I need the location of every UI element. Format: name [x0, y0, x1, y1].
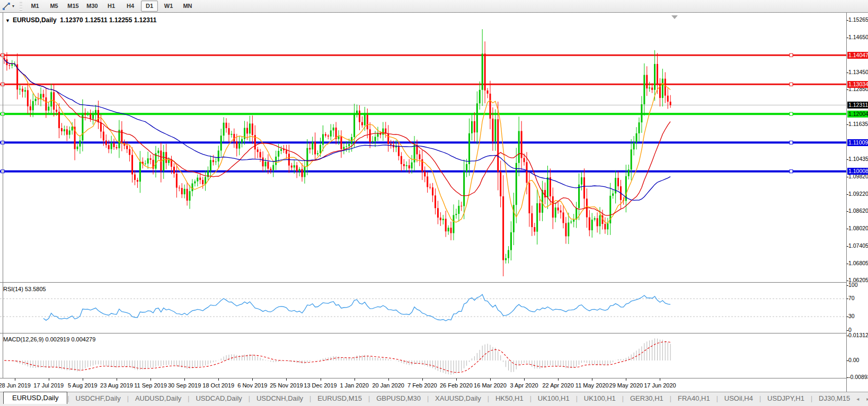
- horizontal-line-1.13034[interactable]: [0, 83, 846, 86]
- candle-body: [531, 213, 533, 227]
- chart-tab-uk100-h1[interactable]: UK100,H1: [532, 393, 576, 404]
- timeframe-button-d1[interactable]: D1: [141, 1, 158, 12]
- candle-body: [265, 162, 267, 167]
- ohlc-close: 1.12311: [134, 16, 157, 24]
- chart-tab-dj30-m15[interactable]: DJ30,M15: [812, 393, 856, 404]
- horizontal-line-1.10008[interactable]: [0, 170, 846, 173]
- date-label: 17 Jun 2020: [644, 382, 676, 389]
- timeframe-button-m15[interactable]: M15: [65, 1, 82, 12]
- date-tick: [626, 378, 626, 381]
- symbol-label: EURUSD,Daily: [13, 16, 57, 24]
- chart-tab-usoil-h4[interactable]: USOil,H4: [718, 393, 759, 404]
- chart-tab-eurusd-daily[interactable]: EURUSD,Daily: [3, 392, 67, 404]
- candle-body: [552, 196, 554, 218]
- candle-body: [309, 148, 311, 150]
- candle-body: [484, 53, 486, 91]
- chart-tab-gbpusd-m30[interactable]: GBPUSD,M30: [370, 393, 427, 404]
- timeframe-button-h4[interactable]: H4: [122, 1, 139, 12]
- panel-separator[interactable]: [0, 282, 846, 283]
- axis-tick: [847, 330, 848, 331]
- candle-body: [550, 177, 551, 196]
- candle-body: [617, 178, 619, 186]
- ma-55-line[interactable]: [4, 59, 670, 200]
- candle-body: [48, 106, 49, 111]
- chevron-down-icon[interactable]: ▾: [12, 4, 14, 8]
- candle-body: [565, 223, 566, 236]
- ohlc-open: 1.12370: [60, 16, 83, 24]
- candle-body: [181, 188, 183, 194]
- candle-body: [312, 142, 313, 149]
- candle-body: [103, 132, 104, 141]
- chart-tab-usdcnh-daily[interactable]: USDCNH,Daily: [250, 393, 309, 404]
- candle-body: [594, 218, 596, 220]
- chart-tab-usdcad-daily[interactable]: USDCAD,Daily: [189, 393, 248, 404]
- candle-body: [69, 130, 70, 134]
- candle-body: [343, 147, 344, 149]
- candle-body: [463, 172, 465, 206]
- timeframe-button-m30[interactable]: M30: [84, 1, 101, 12]
- chart-tab-uk100-h1[interactable]: UK100,H1: [578, 393, 622, 404]
- line-handle[interactable]: [790, 83, 793, 86]
- timeframe-button-m5[interactable]: M5: [46, 1, 63, 12]
- panel-separator[interactable]: [0, 333, 846, 333]
- rsi-tick-100: 100: [848, 282, 858, 288]
- candle-body: [348, 144, 350, 146]
- date-label: 5 Aug 2019: [68, 382, 98, 389]
- candle-body: [591, 220, 593, 230]
- candle-body: [536, 203, 538, 232]
- line-handle[interactable]: [790, 112, 793, 115]
- date-label: 1 Jan 2020: [340, 382, 368, 389]
- chart-tab-usdchf-daily[interactable]: USDCHF,Daily: [69, 393, 127, 404]
- main-chart-canvas[interactable]: [0, 14, 846, 282]
- candle-body: [539, 203, 541, 213]
- tab-scroll-left-icon[interactable]: ◂: [856, 396, 859, 402]
- line-handle[interactable]: [790, 141, 793, 144]
- date-tick: [286, 378, 287, 381]
- timeframe-button-w1[interactable]: W1: [160, 1, 177, 12]
- candle-body: [599, 215, 601, 227]
- price-badge-1.11009: 1.11009: [847, 139, 868, 146]
- timeframe-button-h1[interactable]: H1: [103, 1, 120, 12]
- rsi-panel-canvas[interactable]: [0, 283, 846, 332]
- date-label: 6 Nov 2019: [237, 382, 267, 389]
- timeframe-button-m1[interactable]: M1: [26, 1, 43, 12]
- horizontal-line-1.14047[interactable]: [0, 53, 846, 57]
- candle-body: [468, 133, 470, 164]
- chart-tab-audusd-daily[interactable]: AUDUSD,Daily: [129, 393, 188, 404]
- timeframe-button-mn[interactable]: MN: [179, 1, 196, 12]
- chart-tab-fra40-h1[interactable]: FRA40,H1: [671, 393, 716, 404]
- candle-body: [502, 196, 504, 260]
- candle-body: [330, 130, 332, 136]
- chart-tab-hk50-h1[interactable]: HK50,H1: [489, 393, 530, 404]
- date-label: 25 Nov 2019: [270, 382, 303, 389]
- line-handle[interactable]: [790, 53, 793, 57]
- candle-body: [194, 182, 196, 184]
- chart-tab-ger30-h1[interactable]: GER30,H1: [624, 393, 670, 404]
- candle-body: [165, 152, 167, 163]
- candle-body: [555, 207, 556, 218]
- candle-body: [508, 250, 509, 258]
- chart-window: ▼EURUSD,Daily 1.12370 1.12511 1.12255 1.…: [0, 12, 868, 392]
- chart-tab-eurusd-m15[interactable]: EURUSD,M15: [311, 393, 368, 404]
- chart-collapse-icon[interactable]: ▼: [5, 18, 10, 23]
- timeframe-toolbar: ▾ M1M5M15M30H1H4D1W1MN: [0, 0, 868, 13]
- line-studies-icon[interactable]: [1, 2, 12, 11]
- chart-tab-usdjpy-h1[interactable]: USDJPY,H1: [761, 393, 811, 404]
- chart-left-border: [3, 13, 3, 378]
- macd-panel-canvas[interactable]: [0, 334, 846, 378]
- rsi-tick-70: 70: [848, 295, 855, 301]
- line-handle[interactable]: [790, 170, 793, 173]
- date-tick: [422, 378, 423, 381]
- candle-body: [176, 174, 178, 188]
- macd-signal-line: [4, 342, 670, 373]
- candle-body: [583, 177, 585, 199]
- candle-body: [215, 161, 217, 162]
- candle-body: [654, 64, 656, 90]
- candle-body: [35, 99, 37, 101]
- candlestick-series: [4, 29, 671, 276]
- price-tick-1.07405: 1.07405: [848, 242, 868, 249]
- date-label: 28 Jun 2019: [0, 382, 31, 389]
- candle-body: [241, 139, 243, 143]
- chart-shift-marker[interactable]: [671, 15, 678, 19]
- chart-tab-xauusd-daily[interactable]: XAUUSD,Daily: [429, 393, 488, 404]
